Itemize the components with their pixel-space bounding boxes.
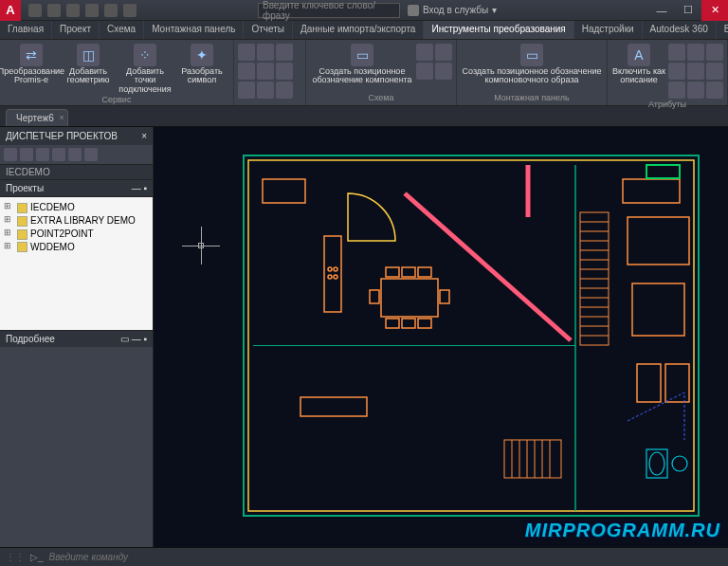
svg-rect-48 bbox=[646, 165, 680, 178]
login-button[interactable]: Вход в службы ▾ bbox=[408, 5, 497, 16]
tool-icon[interactable] bbox=[276, 82, 293, 99]
panel-title: Сервис bbox=[4, 94, 229, 105]
drawing-canvas[interactable]: MIRPROGRAMM.RU bbox=[154, 127, 728, 547]
avatar-icon bbox=[408, 5, 419, 16]
tool-icon[interactable] bbox=[706, 44, 723, 61]
panel-schema-tools bbox=[234, 40, 306, 105]
ribbon-tab[interactable]: Монтажная панель bbox=[144, 21, 244, 39]
panel-title: Монтажная панель bbox=[461, 92, 603, 103]
panel-schema: ▭Создать позиционное обозначение компоне… bbox=[306, 40, 457, 105]
svg-rect-43 bbox=[324, 236, 341, 312]
explode-symbol-button[interactable]: ✦Разобрать символ bbox=[174, 42, 229, 85]
svg-rect-42 bbox=[440, 290, 449, 303]
svg-rect-40 bbox=[418, 319, 431, 328]
tool-icon[interactable] bbox=[687, 82, 704, 99]
ribbon-tab[interactable]: Схема bbox=[100, 21, 144, 39]
svg-rect-35 bbox=[386, 267, 399, 277]
tool-icon[interactable] bbox=[238, 44, 255, 61]
ribbon-tab[interactable]: BIM 360 bbox=[717, 21, 728, 39]
panel-close-icon[interactable]: × bbox=[141, 131, 147, 141]
svg-rect-38 bbox=[386, 319, 399, 328]
tool-icon[interactable] bbox=[84, 148, 98, 161]
qat-new-icon[interactable] bbox=[28, 4, 42, 17]
tool-icon[interactable] bbox=[20, 148, 33, 161]
ribbon-tab[interactable]: Надстройки bbox=[574, 21, 643, 39]
command-input[interactable] bbox=[49, 552, 722, 562]
qat-redo-icon[interactable] bbox=[104, 4, 118, 17]
add-geometry-button[interactable]: ◫Добавить геометрию bbox=[61, 42, 116, 85]
app-logo[interactable]: A bbox=[0, 0, 21, 21]
ribbon-tab[interactable]: Отчеты bbox=[244, 21, 293, 39]
explode-icon: ✦ bbox=[191, 44, 213, 66]
svg-point-44 bbox=[328, 267, 332, 271]
panel-attrs: AВключить как описание Атрибуты bbox=[608, 40, 728, 105]
svg-rect-28 bbox=[623, 179, 680, 203]
grip-icon[interactable]: ⋮⋮ bbox=[6, 552, 25, 562]
project-filter[interactable]: IECDEMO bbox=[0, 164, 153, 180]
tool-icon[interactable] bbox=[435, 44, 452, 61]
tool-icon[interactable] bbox=[276, 44, 293, 61]
close-tab-icon[interactable]: × bbox=[59, 113, 64, 122]
tool-icon[interactable] bbox=[668, 44, 685, 61]
tool-icon[interactable] bbox=[706, 82, 723, 99]
tool-icon[interactable] bbox=[257, 44, 274, 61]
minimize-button[interactable]: — bbox=[648, 0, 675, 21]
tool-icon[interactable] bbox=[668, 82, 685, 99]
details-section-header[interactable]: Подробнее▭ — ▪ bbox=[0, 330, 153, 347]
create-component-tag-button[interactable]: ▭Создать позиционное обозначение компоне… bbox=[310, 42, 414, 85]
qat-open-icon[interactable] bbox=[47, 4, 61, 17]
project-tree-node[interactable]: IECDEMO bbox=[4, 201, 149, 214]
create-layout-tag-button[interactable]: ▭Создать позиционное обозначение компоно… bbox=[461, 42, 603, 85]
svg-rect-27 bbox=[263, 179, 305, 203]
close-button[interactable]: ✕ bbox=[701, 0, 728, 21]
tool-icon[interactable] bbox=[276, 63, 293, 80]
svg-rect-34 bbox=[381, 279, 438, 317]
watermark: MIRPROGRAMM.RU bbox=[525, 520, 720, 541]
tool-icon[interactable] bbox=[238, 82, 255, 99]
tool-icon[interactable] bbox=[668, 63, 685, 80]
tool-icon[interactable] bbox=[52, 148, 65, 161]
prompt-icon: ▷_ bbox=[30, 552, 44, 562]
projects-section-header[interactable]: Проекты— ▪ bbox=[0, 180, 153, 197]
geometry-icon: ◫ bbox=[77, 44, 100, 66]
qat-save-icon[interactable] bbox=[66, 4, 80, 17]
qat-undo-icon[interactable] bbox=[85, 4, 99, 17]
ribbon-tab[interactable]: Инструменты преобразования bbox=[424, 21, 573, 39]
panel-title: Атрибуты bbox=[611, 99, 723, 110]
svg-rect-37 bbox=[418, 267, 431, 277]
titlebar: A Введите ключевое слово/фразу Вход в сл… bbox=[0, 0, 728, 21]
ribbon-tab[interactable]: Autodesk 360 bbox=[643, 21, 717, 39]
svg-rect-33 bbox=[300, 397, 367, 416]
tool-icon[interactable] bbox=[706, 63, 723, 80]
tool-icon[interactable] bbox=[257, 82, 274, 99]
tool-icon[interactable] bbox=[257, 63, 274, 80]
tool-icon[interactable] bbox=[416, 44, 433, 61]
tool-icon[interactable] bbox=[435, 63, 452, 80]
project-tree[interactable]: IECDEMOEXTRA LIBRARY DEMOPOINT2POINTWDDE… bbox=[0, 197, 153, 330]
ribbon-tab[interactable]: Данные импорта/экспорта bbox=[293, 21, 424, 39]
command-line[interactable]: ⋮⋮ ▷_ bbox=[0, 547, 728, 566]
tool-icon[interactable] bbox=[36, 148, 49, 161]
tool-icon[interactable] bbox=[687, 44, 704, 61]
project-tree-node[interactable]: WDDEMO bbox=[4, 241, 149, 254]
convert-icon: ⇄ bbox=[20, 44, 43, 66]
svg-rect-2 bbox=[253, 345, 575, 346]
tool-icon[interactable] bbox=[238, 63, 255, 80]
search-input[interactable]: Введите ключевое слово/фразу bbox=[258, 3, 400, 18]
project-tree-node[interactable]: POINT2POINT bbox=[4, 228, 149, 241]
convert-promise-button[interactable]: ⇄Преобразование Promis-e bbox=[4, 42, 59, 85]
qat-print-icon[interactable] bbox=[123, 4, 136, 17]
tool-icon[interactable] bbox=[4, 148, 17, 161]
document-tab[interactable]: Чертеж6 × bbox=[6, 109, 68, 126]
tool-icon[interactable] bbox=[416, 63, 433, 80]
tool-icon[interactable] bbox=[68, 148, 82, 161]
tool-icon[interactable] bbox=[687, 63, 704, 80]
project-tree-node[interactable]: EXTRA LIBRARY DEMO bbox=[4, 214, 149, 228]
chevron-icon: ▭ — ▪ bbox=[120, 334, 147, 344]
ribbon-tab[interactable]: Проект bbox=[52, 21, 100, 39]
panel-title: Схема bbox=[310, 92, 452, 103]
include-as-description-button[interactable]: AВключить как описание bbox=[611, 42, 666, 85]
maximize-button[interactable]: ☐ bbox=[675, 0, 701, 21]
ribbon-tab[interactable]: Главная bbox=[0, 21, 52, 39]
add-connection-points-button[interactable]: ⁘Добавить точки подключения bbox=[118, 42, 173, 94]
